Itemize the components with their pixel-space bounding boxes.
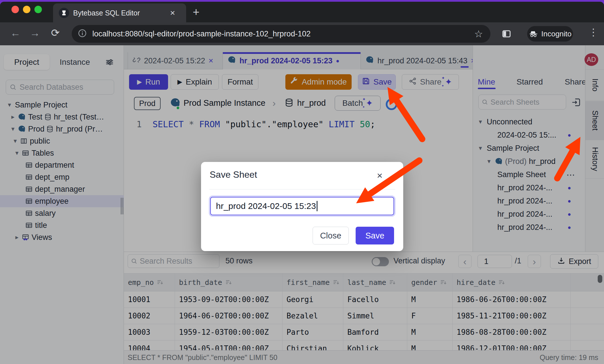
browser-tab-title: Bytebase SQL Editor: [73, 9, 140, 17]
divider: [209, 189, 395, 189]
incognito-label: Incognito: [541, 30, 572, 38]
sheet-name-input[interactable]: hr_prod 2024-02-05 15:23: [210, 197, 394, 215]
browser-tab-strip: Bytebase SQL Editor × +: [0, 2, 604, 22]
browser-menu-icon[interactable]: ⋮: [589, 26, 598, 38]
side-panel-icon[interactable]: [501, 29, 512, 40]
close-icon[interactable]: ×: [377, 170, 383, 181]
traffic-light-zoom[interactable]: [34, 6, 42, 13]
text-cursor: [317, 201, 317, 211]
forward-icon[interactable]: →: [30, 27, 40, 39]
back-icon[interactable]: ←: [10, 27, 21, 39]
url-bar[interactable]: localhost:8080/sql-editor/prod-sample-in…: [72, 25, 490, 43]
traffic-light-minimize[interactable]: [23, 6, 30, 13]
url-text: localhost:8080/sql-editor/prod-sample-in…: [92, 30, 474, 38]
dialog-save-button[interactable]: Save: [356, 227, 394, 244]
browser-tab-close-icon[interactable]: ×: [170, 8, 175, 18]
incognito-badge: Incognito: [527, 26, 573, 42]
browser-toolbar: ← → ⟳ localhost:8080/sql-editor/prod-sam…: [0, 22, 604, 45]
dialog-close-button[interactable]: Close: [313, 227, 349, 244]
incognito-icon: [529, 30, 538, 38]
save-sheet-dialog: Save Sheet × hr_prod 2024-02-05 15:23 Cl…: [201, 162, 403, 251]
site-info-icon[interactable]: [78, 29, 87, 39]
browser-tab[interactable]: Bytebase SQL Editor ×: [53, 3, 186, 22]
bytebase-favicon-icon: [59, 8, 69, 18]
bookmark-star-icon[interactable]: ☆: [474, 28, 483, 40]
reload-icon[interactable]: ⟳: [51, 27, 60, 39]
new-tab-button[interactable]: +: [193, 7, 199, 17]
dialog-title: Save Sheet: [210, 169, 257, 180]
traffic-light-close[interactable]: [11, 6, 19, 13]
